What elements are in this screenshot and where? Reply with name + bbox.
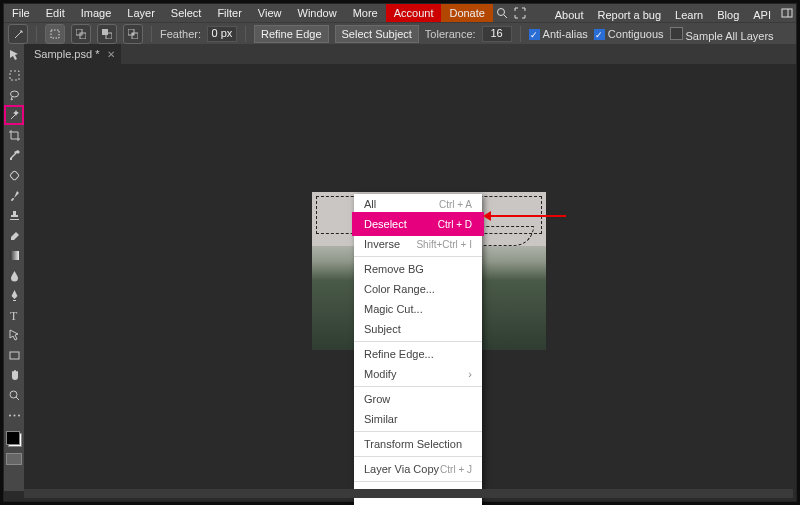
toolbar: T xyxy=(4,44,24,491)
ctx-magic-cut-[interactable]: Magic Cut... xyxy=(354,299,482,319)
path-tool[interactable] xyxy=(5,326,23,344)
select-subject-button[interactable]: Select Subject xyxy=(335,25,419,43)
ctx-refine-edge-[interactable]: Refine Edge... xyxy=(354,344,482,364)
panels-icon[interactable] xyxy=(778,7,796,19)
color-swatch[interactable] xyxy=(5,430,23,448)
menu-view[interactable]: View xyxy=(250,4,290,22)
text-tool[interactable]: T xyxy=(5,306,23,324)
more-tools[interactable] xyxy=(5,406,23,424)
svg-rect-6 xyxy=(80,33,86,39)
antialias-checkbox[interactable]: ✓Anti-alias xyxy=(529,28,588,41)
svg-point-18 xyxy=(10,391,17,398)
lasso-tool[interactable] xyxy=(5,86,23,104)
fullscreen-icon[interactable] xyxy=(511,4,529,22)
ctx-deselect[interactable]: DeselectCtrl + D xyxy=(354,214,482,234)
link-api[interactable]: API xyxy=(746,6,778,21)
ctx-color-range-[interactable]: Color Range... xyxy=(354,279,482,299)
pen-tool[interactable] xyxy=(5,286,23,304)
menu-layer[interactable]: Layer xyxy=(119,4,163,22)
annotation-arrow xyxy=(486,215,566,217)
svg-rect-15 xyxy=(10,251,19,260)
link-bug[interactable]: Report a bug xyxy=(590,6,668,21)
shape-tool[interactable] xyxy=(5,346,23,364)
svg-rect-5 xyxy=(76,29,82,35)
menu-filter[interactable]: Filter xyxy=(209,4,249,22)
options-bar: Feather: 0 px Refine Edge Select Subject… xyxy=(4,22,796,45)
svg-text:T: T xyxy=(10,309,18,322)
svg-line-19 xyxy=(16,397,19,400)
contiguous-checkbox[interactable]: ✓Contiguous xyxy=(594,28,664,41)
ctx-layer-via-copy[interactable]: Layer Via CopyCtrl + J xyxy=(354,459,482,479)
svg-point-22 xyxy=(18,414,20,416)
search-icon[interactable] xyxy=(493,4,511,22)
sample-all-checkbox[interactable]: Sample All Layers xyxy=(670,27,774,42)
svg-rect-4 xyxy=(51,30,59,38)
menu-account[interactable]: Account xyxy=(386,4,442,22)
sel-int-icon[interactable] xyxy=(123,24,143,44)
svg-point-20 xyxy=(9,414,11,416)
ctx-inverse[interactable]: InverseShift+Ctrl + I xyxy=(354,234,482,254)
refine-edge-button[interactable]: Refine Edge xyxy=(254,25,329,43)
brush-tool[interactable] xyxy=(5,186,23,204)
svg-rect-17 xyxy=(10,352,19,359)
menu-window[interactable]: Window xyxy=(290,4,345,22)
context-menu: AllCtrl + ADeselectCtrl + DInverseShift+… xyxy=(354,194,482,505)
quickmask-icon[interactable] xyxy=(6,453,22,465)
menu-edit[interactable]: Edit xyxy=(38,4,73,22)
feather-input[interactable]: 0 px xyxy=(207,26,237,42)
svg-point-21 xyxy=(13,414,15,416)
crop-tool[interactable] xyxy=(5,126,23,144)
document-tabs: Sample.psd * ✕ xyxy=(24,44,796,64)
svg-rect-2 xyxy=(782,9,792,17)
tolerance-input[interactable]: 16 xyxy=(482,26,512,42)
h-scrollbar[interactable] xyxy=(24,489,793,498)
blur-tool[interactable] xyxy=(5,266,23,284)
ctx-transform-selection[interactable]: Transform Selection xyxy=(354,434,482,454)
svg-rect-12 xyxy=(10,71,19,80)
ctx-subject[interactable]: Subject xyxy=(354,319,482,339)
menu-select[interactable]: Select xyxy=(163,4,210,22)
menu-donate[interactable]: Donate xyxy=(441,4,492,22)
tolerance-label: Tolerance: xyxy=(425,28,476,40)
zoom-tool[interactable] xyxy=(5,386,23,404)
svg-line-1 xyxy=(504,15,507,18)
link-blog[interactable]: Blog xyxy=(710,6,746,21)
marquee-tool[interactable] xyxy=(5,66,23,84)
eyedropper-tool[interactable] xyxy=(5,146,23,164)
svg-point-13 xyxy=(10,91,18,97)
menu-more[interactable]: More xyxy=(345,4,386,22)
menu-image[interactable]: Image xyxy=(73,4,120,22)
gradient-tool[interactable] xyxy=(5,246,23,264)
eraser-tool[interactable] xyxy=(5,226,23,244)
sel-sub-icon[interactable] xyxy=(97,24,117,44)
svg-rect-7 xyxy=(102,29,108,35)
svg-rect-11 xyxy=(132,33,134,35)
heal-tool[interactable] xyxy=(5,166,23,184)
magic-wand-tool[interactable] xyxy=(5,106,23,124)
link-learn[interactable]: Learn xyxy=(668,6,710,21)
close-icon[interactable]: ✕ xyxy=(107,49,115,60)
svg-rect-14 xyxy=(9,170,19,180)
menubar: File Edit Image Layer Select Filter View… xyxy=(4,4,796,22)
ctx-all[interactable]: AllCtrl + A xyxy=(354,194,482,214)
ctx-modify[interactable]: Modify xyxy=(354,364,482,384)
hand-tool[interactable] xyxy=(5,366,23,384)
sel-add-icon[interactable] xyxy=(71,24,91,44)
ctx-grow[interactable]: Grow xyxy=(354,389,482,409)
link-about[interactable]: About xyxy=(548,6,591,21)
stamp-tool[interactable] xyxy=(5,206,23,224)
tab-sample[interactable]: Sample.psd * ✕ xyxy=(24,44,121,64)
sel-new-icon[interactable] xyxy=(45,24,65,44)
ctx-remove-bg[interactable]: Remove BG xyxy=(354,259,482,279)
feather-label: Feather: xyxy=(160,28,201,40)
tab-label: Sample.psd * xyxy=(34,48,99,60)
menu-file[interactable]: File xyxy=(4,4,38,22)
move-tool[interactable] xyxy=(5,46,23,64)
ctx-similar[interactable]: Similar xyxy=(354,409,482,429)
svg-point-0 xyxy=(497,9,504,16)
tool-preset-icon[interactable] xyxy=(8,24,28,44)
